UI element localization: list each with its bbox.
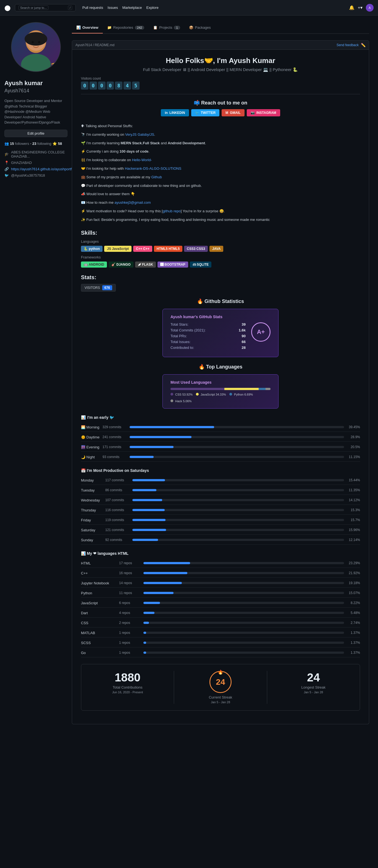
edit-profile-button[interactable]: Edit profile	[4, 130, 67, 137]
flask-tag: 🌶 FLASK	[135, 261, 156, 268]
following-link[interactable]: 23 following	[32, 142, 52, 146]
profile-nav: 📊 Overview 📁 Repositories 242 📋 Projects…	[72, 22, 369, 34]
readme-card: Ayush7614 / README.md Send feedback ✏️ H…	[72, 40, 369, 724]
tuesday-pct: 11.35%	[346, 488, 360, 492]
jupyter-pct: 19.18%	[346, 581, 360, 585]
matlab-bar-bg	[144, 632, 344, 634]
github-repo-link[interactable]: github repo	[163, 209, 181, 213]
user-avatar-header[interactable]: A	[366, 4, 374, 11]
projects-icon: 📋	[153, 25, 158, 30]
total-number: 1880	[88, 671, 167, 684]
svg-point-6	[38, 41, 40, 43]
twitter-label: TWITTER	[201, 111, 216, 115]
website-link[interactable]: https://ayush7614.github.io/ayushportf..…	[11, 167, 72, 171]
js-dot	[196, 393, 199, 396]
bell-icon[interactable]: 🔔	[349, 5, 354, 10]
evening-bar-bg	[130, 446, 344, 448]
add-icon[interactable]: +▾	[358, 5, 363, 10]
jupyter-bar-bg	[144, 582, 344, 584]
sunday-label: Sunday	[81, 538, 103, 542]
html-lang-label: HTML	[81, 561, 117, 565]
html-pct: 23.29%	[346, 561, 360, 565]
python-dot	[229, 393, 232, 396]
scss-bar-bg	[144, 642, 344, 644]
stats-list: Total Stars: 39 Total Commits (2021): 1.…	[170, 322, 246, 351]
morning-bar-fill	[130, 426, 214, 428]
location-name: GHAZIABAD	[11, 161, 32, 165]
cpp-pct: 21.92%	[346, 571, 360, 575]
instagram-icon: 📷	[251, 111, 255, 115]
github-logo-icon[interactable]: ⬤	[4, 4, 10, 11]
python-lang-row: Python 11 repos 15.07%	[81, 589, 360, 598]
night-bar-fill	[130, 456, 154, 458]
jupyter-lang-label: Jupyter Notebook	[81, 581, 117, 585]
digit-6: 5	[132, 82, 139, 90]
grade-circle: A+	[251, 322, 271, 342]
lang-stats-label: My ❤ languages HTML	[87, 551, 128, 556]
matlab-repos: 1 repos	[119, 631, 141, 635]
info-list: 🗣 Talking about Personal Stuffs: 🔭 I'm c…	[81, 122, 360, 224]
readme-file-header: Ayush7614 / README.md Send feedback ✏️	[72, 40, 369, 50]
monday-bar-bg	[132, 479, 344, 481]
send-feedback-link[interactable]: Send feedback	[337, 43, 359, 47]
projects-label: Projects	[159, 25, 172, 30]
nav-pull-requests[interactable]: Pull requests	[82, 5, 103, 10]
css-bar-fill	[144, 622, 149, 624]
stat-label: Total Commits (2021):	[170, 328, 206, 332]
search-input[interactable]: Search or jump to... /	[15, 4, 76, 11]
list-item: 👯 I'm looking to collaborate on Hello-Wo…	[81, 156, 360, 164]
early-bird-label: I'm an early 🐦	[87, 415, 114, 420]
html-tag: HTML5 HTML5	[154, 246, 182, 252]
day-rows: Monday 117 commits 15.44% Tuesday 86 com…	[81, 476, 360, 545]
stat-item: Total Commits (2021): 1.6k	[170, 328, 246, 332]
stats-title: Stats:	[81, 274, 360, 281]
current-streak-number: 24	[216, 677, 225, 687]
followers-link[interactable]: 15 followers	[10, 142, 29, 146]
time-section: 📊 I'm an early 🐦 🌅 Morning 329 commits 3…	[81, 415, 360, 462]
js-legend: JavaScript 34.33%	[196, 393, 226, 396]
email-link[interactable]: ayushkej3@gmail.com	[115, 200, 151, 205]
linkedin-button[interactable]: in LINKEDIN	[161, 109, 189, 116]
lang-bar	[170, 388, 271, 390]
css-pct: 2.74%	[346, 621, 360, 625]
gmail-button[interactable]: M GMAIL	[222, 109, 245, 116]
friday-bar-bg	[132, 519, 344, 521]
list-item: 📣 Would love to answer them 👇	[81, 190, 360, 198]
twitter-bird-icon: 🐦	[195, 111, 199, 115]
nav-issues[interactable]: Issues	[107, 5, 118, 10]
sunday-row: Sunday 92 commits 12.14%	[81, 536, 360, 545]
github-link[interactable]: Github	[151, 175, 162, 179]
list-item: ✨ Fun fact: Beside's programming, I enjo…	[81, 216, 360, 224]
total-contributions: 1880 Total Contributions Jun 16, 2020 - …	[81, 671, 174, 704]
stat-label: Total Stars:	[170, 322, 188, 327]
tab-projects[interactable]: 📋 Projects 1	[149, 22, 184, 33]
jupyter-lang-row: Jupyter Notebook 14 repos 19.18%	[81, 579, 360, 588]
dart-bar-bg	[144, 612, 344, 614]
nav-marketplace[interactable]: Marketplace	[122, 5, 142, 10]
friday-bar-fill	[132, 519, 165, 521]
list-item: 🌱 I'm currently learning MERN Stack,Full…	[81, 139, 360, 148]
tab-repositories[interactable]: 📁 Repositories 242	[103, 22, 149, 33]
frameworks-tags: 🤖 ANDROID 🎸 DJANGO 🌶 FLASK 🅱 BOOTSTRAP 🗃…	[81, 261, 360, 268]
veryjs-link[interactable]: VeryJS Gatsby/JS	[125, 132, 154, 136]
social-buttons: in LINKEDIN 🐦 TWITTER M GMAIL 📷 INSTAGRA…	[81, 109, 360, 116]
tab-overview[interactable]: 📊 Overview	[72, 22, 103, 33]
twitter-button[interactable]: 🐦 TWITTER	[191, 109, 219, 116]
tab-packages[interactable]: 📦 Packages	[185, 22, 215, 33]
frameworks-label: Frameworks	[81, 255, 360, 259]
monday-pct: 15.44%	[346, 478, 360, 482]
stats-section: Stats: VISITORS 676	[81, 274, 360, 292]
hackerank-link[interactable]: Hackerank-DS-ALGO-SOLUTIONS	[125, 166, 181, 170]
header-nav: Pull requests Issues Marketplace Explore	[82, 5, 159, 10]
total-dates: Jun 16, 2020 - Present	[88, 690, 167, 694]
sqlite-tag: 🗃 SQLITE	[190, 261, 212, 268]
bio-line-3: @Hashnode @Medium Web Developer/ Android…	[4, 110, 60, 124]
go-lang-row: Go 1 repos 1.37%	[81, 649, 360, 657]
linkedin-label: LINKEDIN	[169, 111, 185, 115]
edit-icon[interactable]: ✏️	[361, 43, 366, 47]
hello-world-link[interactable]: Hello-World-	[132, 158, 152, 162]
nav-explore[interactable]: Explore	[147, 5, 159, 10]
instagram-button[interactable]: 📷 INSTAGRAM	[247, 109, 280, 116]
visitors-label: VISITORS	[85, 286, 100, 290]
overview-icon: 📊	[76, 25, 81, 30]
